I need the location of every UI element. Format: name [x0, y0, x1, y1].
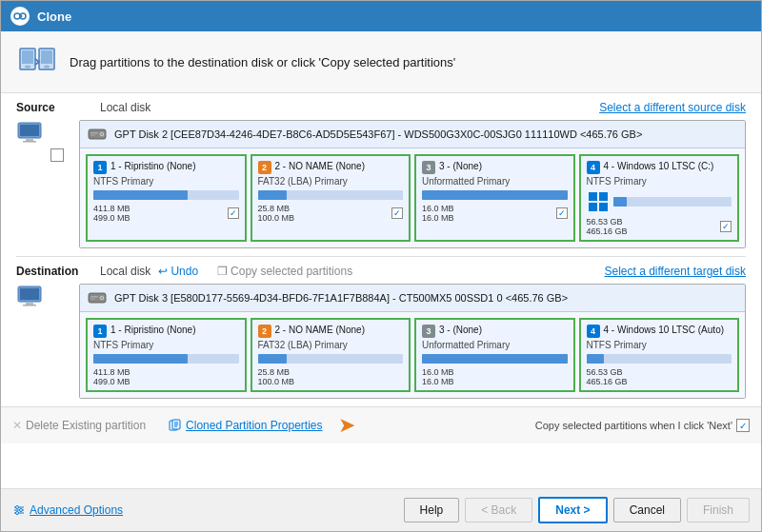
- back-button[interactable]: < Back: [465, 498, 532, 522]
- footer-buttons: Advanced Options Help < Back Next > Canc…: [1, 488, 761, 531]
- svg-point-14: [101, 133, 103, 135]
- svg-rect-29: [90, 299, 95, 300]
- part4-bar: [613, 197, 732, 207]
- part3-icon: 3: [422, 161, 435, 174]
- copy-next-checkbox[interactable]: ✓: [736, 419, 750, 432]
- part1-checkbox[interactable]: ✓: [228, 207, 239, 219]
- dest-disk-title: GPT Disk 3 [E580D177-5569-4D34-BFD6-7F1A…: [114, 292, 568, 304]
- copy-partitions-button: ❐ Copy selected partitions: [217, 265, 352, 278]
- clone-window: Clone Drag partitions to the destination…: [0, 0, 762, 532]
- dpart1-name: 1 - Ripristino (None): [110, 324, 195, 336]
- cancel-button[interactable]: Cancel: [613, 498, 681, 522]
- dpart3-bar: [422, 354, 568, 364]
- arrow-indicator-icon: ➤: [338, 413, 355, 438]
- copy-next-label: Copy selected partitions when I click 'N…: [535, 419, 750, 432]
- delete-x-icon: ✕: [12, 419, 22, 432]
- part4-checkbox[interactable]: ✓: [720, 221, 732, 232]
- next-button[interactable]: Next >: [538, 497, 607, 523]
- dest-hdd-icon: [88, 288, 107, 307]
- dpart3-type: Unformatted Primary: [422, 340, 568, 350]
- dpart4-icon: 4: [587, 325, 600, 338]
- dest-partition-4[interactable]: 4 4 - Windows 10 LTSC (Auto) NTFS Primar…: [579, 318, 740, 392]
- undo-button[interactable]: ↩ Undo: [158, 265, 198, 278]
- bottom-toolbar: ✕ Delete Existing partition Cloned Parti…: [1, 406, 761, 443]
- dest-partition-1[interactable]: 1 1 - Ripristino (None) NTFS Primary 411…: [86, 318, 247, 392]
- advanced-options-icon: [12, 503, 26, 517]
- dpart1-fill: [93, 354, 188, 364]
- part4-type: NTFS Primary: [587, 176, 732, 187]
- dpart1-bar: [93, 354, 239, 364]
- svg-point-40: [16, 512, 19, 515]
- destination-header: Destination Local disk ↩ Undo ❐ Copy sel…: [16, 265, 746, 278]
- advanced-options-button[interactable]: Advanced Options: [12, 503, 123, 517]
- dpart2-fill: [258, 354, 288, 364]
- part3-checkbox[interactable]: ✓: [556, 207, 568, 219]
- part3-bar: [422, 190, 568, 200]
- source-partition-3[interactable]: 3 3 - (None) Unformatted Primary 16.0 MB…: [414, 154, 575, 242]
- source-partition-2[interactable]: 2 2 - NO NAME (None) FAT32 (LBA) Primary…: [251, 154, 411, 242]
- delete-label: Delete Existing partition: [26, 419, 146, 432]
- svg-rect-9: [20, 125, 39, 136]
- svg-rect-11: [23, 141, 36, 143]
- part1-fill: [93, 190, 188, 200]
- part3-fill: [422, 190, 568, 200]
- dest-partitions-row: 1 1 - Ripristino (None) NTFS Primary 411…: [80, 312, 745, 398]
- svg-point-36: [16, 506, 19, 509]
- svg-point-1: [20, 13, 26, 19]
- svg-rect-28: [90, 296, 98, 298]
- source-section: Source Local disk Select a different sou…: [1, 93, 761, 256]
- part4-checkbox-row: 56.53 GB465.16 GB ✓: [587, 217, 732, 236]
- main-instruction-text: Drag partitions to the destination disk …: [70, 55, 455, 69]
- svg-rect-6: [41, 50, 52, 64]
- dpart1-icon: 1: [93, 325, 107, 338]
- svg-rect-24: [23, 305, 36, 306]
- source-label: Source: [16, 101, 92, 114]
- clone-props-button[interactable]: Cloned Partition Properties: [169, 419, 322, 432]
- part2-checkbox-row: 25.8 MB100.0 MB ✓: [258, 204, 404, 223]
- dest-link[interactable]: Select a different target disk: [604, 265, 746, 278]
- finish-button[interactable]: Finish: [687, 498, 750, 522]
- svg-rect-16: [90, 135, 95, 136]
- destination-section: Destination Local disk ↩ Undo ❐ Copy sel…: [1, 257, 761, 406]
- svg-point-27: [101, 297, 103, 299]
- dest-sublabel: Local disk: [100, 265, 150, 278]
- dpart2-type: FAT32 (LBA) Primary: [258, 340, 404, 350]
- svg-rect-22: [20, 288, 39, 300]
- source-main-row: GPT Disk 2 [CEE87D34-4246-4DE7-B8C6-AD5D…: [16, 120, 746, 248]
- part4-name: 4 - Windows 10 LTSC (C:): [604, 160, 714, 172]
- dpart4-type: NTFS Primary: [587, 340, 732, 350]
- part1-sizes: 411.8 MB499.0 MB: [93, 204, 130, 223]
- clone-header-icon: [16, 41, 58, 83]
- part4-icon: 4: [587, 161, 600, 174]
- help-button[interactable]: Help: [404, 498, 460, 522]
- part2-checkbox[interactable]: ✓: [391, 207, 403, 219]
- source-header: Source Local disk Select a different sou…: [16, 101, 746, 114]
- svg-rect-10: [26, 139, 33, 141]
- source-partition-4[interactable]: 4 4 - Windows 10 LTSC (C:) NTFS Primary: [579, 154, 740, 242]
- dest-main-row: GPT Disk 3 [E580D177-5569-4D34-BFD6-7F1A…: [16, 284, 746, 399]
- clone-props-label: Cloned Partition Properties: [186, 419, 322, 432]
- svg-rect-15: [90, 132, 98, 134]
- dpart1-type: NTFS Primary: [93, 340, 239, 350]
- dpart2-bar: [258, 354, 404, 364]
- part2-name: 2 - NO NAME (None): [275, 160, 365, 172]
- dpart3-icon: 3: [422, 325, 435, 338]
- part1-type: NTFS Primary: [93, 176, 239, 187]
- svg-point-0: [14, 13, 20, 19]
- source-disk-checkbox[interactable]: [50, 148, 64, 162]
- part1-icon: 1: [93, 161, 107, 174]
- part2-type: FAT32 (LBA) Primary: [258, 176, 404, 187]
- svg-rect-23: [26, 303, 33, 305]
- copy-label: Copy selected partitions: [231, 265, 352, 278]
- delete-partition-button: ✕ Delete Existing partition: [12, 419, 146, 432]
- source-partition-1[interactable]: 1 1 - Ripristino (None) NTFS Primary 411…: [86, 154, 247, 242]
- main-instruction-bar: Drag partitions to the destination disk …: [1, 31, 761, 93]
- dpart2-name: 2 - NO NAME (None): [275, 324, 365, 336]
- svg-rect-3: [22, 50, 33, 64]
- part2-fill: [258, 190, 288, 200]
- source-link[interactable]: Select a different source disk: [599, 101, 746, 114]
- part3-type: Unformatted Primary: [422, 176, 568, 187]
- dest-partition-3[interactable]: 3 3 - (None) Unformatted Primary 16.0 MB…: [414, 318, 575, 392]
- dest-partition-2[interactable]: 2 2 - NO NAME (None) FAT32 (LBA) Primary…: [251, 318, 411, 392]
- part2-bar: [258, 190, 404, 200]
